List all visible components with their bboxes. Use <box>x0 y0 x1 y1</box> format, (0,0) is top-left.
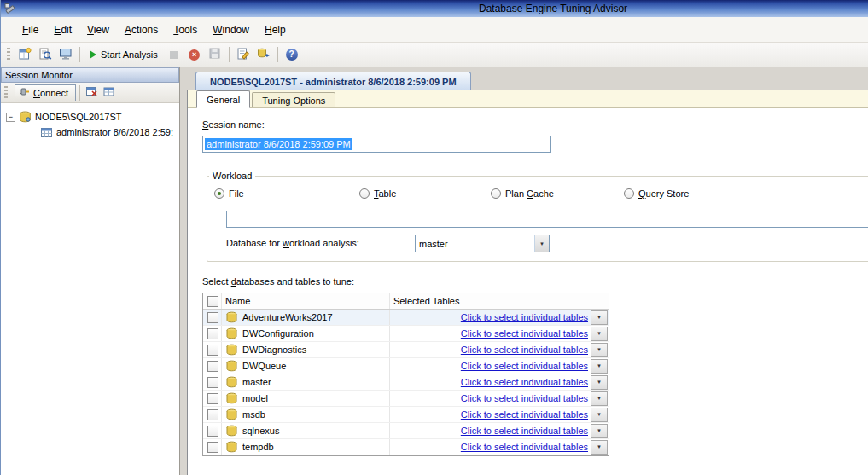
row-checkbox[interactable] <box>207 345 218 356</box>
row-checkbox[interactable] <box>207 377 218 388</box>
select-tables-link[interactable]: Click to select individual tables <box>461 442 588 452</box>
radio-selected-icon <box>214 188 224 199</box>
table-row: msdb Click to select individual tables ▼ <box>203 407 609 423</box>
menu-edit[interactable]: Edit <box>46 20 79 39</box>
toolbar-separator <box>229 47 230 62</box>
row-checkbox[interactable] <box>207 442 218 453</box>
menu-tools[interactable]: Tools <box>166 20 205 39</box>
tree-node-server[interactable]: − NODE5\SQL2017ST <box>6 109 179 125</box>
radio-icon <box>491 188 501 199</box>
radio-icon <box>624 188 634 199</box>
tables-dropdown-button[interactable]: ▼ <box>591 375 608 390</box>
select-tables-link[interactable]: Click to select individual tables <box>461 426 588 436</box>
toolbar-separator <box>79 85 80 101</box>
dta-window: Database Engine Tuning Advisor File Edit… <box>0 0 868 475</box>
play-icon <box>90 50 96 59</box>
tab-tuning-options[interactable]: Tuning Options <box>252 92 335 107</box>
row-checkbox[interactable] <box>207 312 218 323</box>
delete-session-button[interactable]: × <box>184 44 205 65</box>
database-icon <box>225 344 238 356</box>
connect-to-server-button[interactable] <box>55 44 76 65</box>
menu-file[interactable]: File <box>15 20 46 39</box>
delete-session-button[interactable] <box>84 84 101 101</box>
main-area: NODE5\SQL2017ST - administrator 8/6/2018… <box>180 67 868 475</box>
tables-dropdown-button[interactable]: ▼ <box>591 391 608 406</box>
main-toolbar: Start Analysis × <box>1 43 868 67</box>
row-checkbox[interactable] <box>207 328 218 339</box>
tables-dropdown-button[interactable]: ▼ <box>591 424 608 438</box>
general-tab-content: Session name: administrator 8/6/2018 2:5… <box>188 108 868 456</box>
row-checkbox[interactable] <box>207 393 218 404</box>
workload-plan-cache-radio[interactable]: Plan Cache <box>491 188 554 199</box>
select-tables-link[interactable]: Click to select individual tables <box>461 409 588 420</box>
row-checkbox[interactable] <box>207 426 218 437</box>
select-tables-link[interactable]: Click to select individual tables <box>461 345 588 355</box>
menu-help[interactable]: Help <box>257 20 294 39</box>
chevron-down-icon[interactable]: ▼ <box>534 235 549 252</box>
select-tables-link[interactable]: Click to select individual tables <box>461 377 588 387</box>
menu-bar: File Edit View Actions Tools Window Help <box>1 17 868 43</box>
help-button[interactable]: ? <box>282 44 302 65</box>
server-icon <box>19 111 32 124</box>
select-tables-link[interactable]: Click to select individual tables <box>461 393 588 403</box>
table-header-row: Name Selected Tables <box>203 293 609 310</box>
new-session-button[interactable] <box>15 44 35 65</box>
session-name-label: Session name: <box>202 119 868 130</box>
new-session-button[interactable] <box>101 84 118 101</box>
tab-general[interactable]: General <box>196 90 250 108</box>
stop-analysis-button[interactable] <box>164 44 184 65</box>
toolbar-grip[interactable] <box>7 48 10 61</box>
workload-query-store-radio[interactable]: Query Store <box>624 188 689 199</box>
tables-dropdown-button[interactable]: ▼ <box>591 327 608 341</box>
session-document-panel: General Tuning Options Session name: adm… <box>187 90 868 475</box>
database-name: tempdb <box>242 442 274 452</box>
session-name-input[interactable]: administrator 8/6/2018 2:59:09 PM <box>202 136 551 153</box>
monitor-icon <box>59 47 73 63</box>
session-name: administrator 8/6/2018 2:59: <box>56 127 173 137</box>
connect-label: Connect <box>33 88 68 98</box>
select-tables-link[interactable]: Click to select individual tables <box>461 328 588 339</box>
tables-dropdown-button[interactable]: ▼ <box>591 408 608 422</box>
tables-dropdown-button[interactable]: ▼ <box>591 310 608 325</box>
view-session-button[interactable] <box>35 44 55 65</box>
column-header-selected-tables: Selected Tables <box>390 293 609 309</box>
toolbar-grip[interactable] <box>4 86 8 100</box>
menu-view[interactable]: View <box>79 20 117 39</box>
row-checkbox[interactable] <box>207 361 218 372</box>
select-tables-link[interactable]: Click to select individual tables <box>461 361 588 371</box>
session-document-tab[interactable]: NODE5\SQL2017ST - administrator 8/6/2018… <box>195 72 471 90</box>
workload-group: Workload File Table <box>207 176 868 262</box>
delete-session-icon <box>85 85 98 100</box>
export-results-button[interactable] <box>253 44 274 65</box>
red-x-icon: × <box>189 49 200 61</box>
workload-database-select[interactable]: master ▼ <box>415 235 550 252</box>
apply-recommendations-button[interactable] <box>233 44 253 65</box>
database-name: msdb <box>242 409 265 420</box>
workload-file-radio[interactable]: File <box>214 188 244 199</box>
select-all-checkbox[interactable] <box>207 296 218 307</box>
row-checkbox[interactable] <box>207 409 218 420</box>
radio-icon <box>359 188 370 199</box>
menu-window[interactable]: Window <box>205 20 257 39</box>
window-title: Database Engine Tuning Advisor <box>479 3 627 14</box>
column-header-name: Name <box>222 293 390 309</box>
workload-table-radio[interactable]: Table <box>359 188 396 199</box>
database-name: DWDiagnostics <box>242 345 306 355</box>
select-tables-link[interactable]: Click to select individual tables <box>461 312 588 322</box>
start-analysis-label: Start Analysis <box>101 49 158 60</box>
tree-node-session[interactable]: administrator 8/6/2018 2:59: <box>40 125 179 140</box>
connect-button[interactable]: Connect <box>15 84 76 101</box>
start-analysis-button[interactable]: Start Analysis <box>84 44 164 65</box>
menu-actions[interactable]: Actions <box>117 20 166 39</box>
save-session-button[interactable] <box>205 44 225 65</box>
session-name-value: administrator 8/6/2018 2:59:09 PM <box>205 138 352 150</box>
databases-table: Name Selected Tables AdventureWorks2017 … <box>202 293 609 456</box>
database-name: DWQueue <box>242 361 286 371</box>
tables-dropdown-button[interactable]: ▼ <box>591 343 608 357</box>
collapse-icon[interactable]: − <box>6 113 15 122</box>
workload-file-input[interactable] <box>226 211 868 228</box>
table-row: AdventureWorks2017 Click to select indiv… <box>203 310 609 326</box>
tables-dropdown-button[interactable]: ▼ <box>591 440 608 455</box>
tables-dropdown-button[interactable]: ▼ <box>591 359 608 374</box>
database-name: master <box>242 377 271 387</box>
